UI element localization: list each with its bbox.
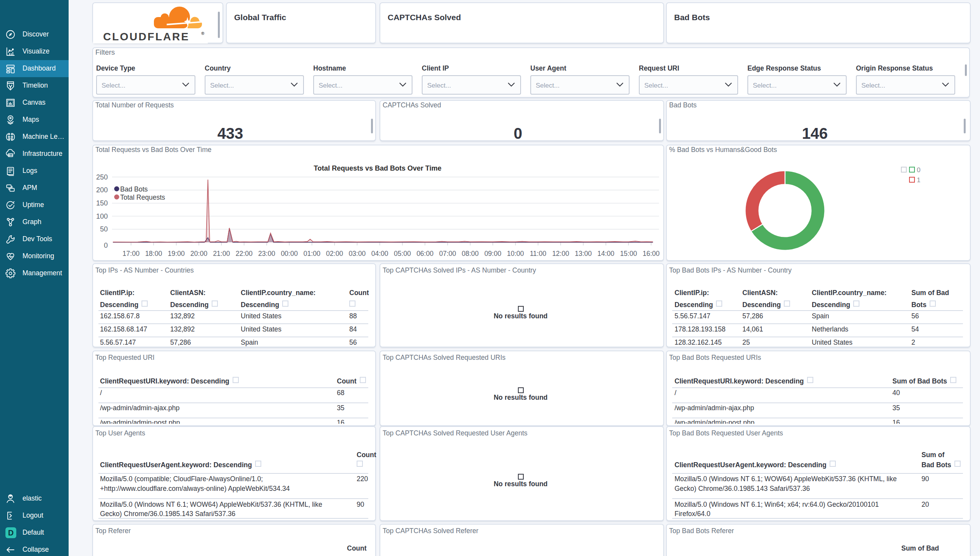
svg-text:12:00: 12:00 xyxy=(552,250,569,257)
svg-text:20:00: 20:00 xyxy=(190,250,207,257)
svg-text:14:00: 14:00 xyxy=(597,250,614,257)
svg-text:09:00: 09:00 xyxy=(484,250,501,257)
svg-text:05:00: 05:00 xyxy=(394,250,411,257)
svg-text:15:00: 15:00 xyxy=(620,250,637,257)
svg-text:18:00: 18:00 xyxy=(145,250,162,257)
svg-text:1: 1 xyxy=(917,176,920,184)
svg-text:150: 150 xyxy=(96,199,108,207)
svg-text:17:00: 17:00 xyxy=(122,250,140,257)
svg-text:06:00: 06:00 xyxy=(416,250,433,257)
svg-text:Bad Bots: Bad Bots xyxy=(120,185,148,193)
svg-text:0: 0 xyxy=(104,242,108,249)
svg-text:100: 100 xyxy=(96,212,108,220)
svg-text:50: 50 xyxy=(100,225,108,233)
svg-text:07:00: 07:00 xyxy=(439,250,456,257)
svg-text:10:00: 10:00 xyxy=(507,250,524,257)
svg-text:19:00: 19:00 xyxy=(168,250,185,257)
svg-text:250: 250 xyxy=(96,173,108,181)
svg-text:04:00: 04:00 xyxy=(371,250,388,257)
svg-text:01:00: 01:00 xyxy=(304,250,321,257)
svg-text:08:00: 08:00 xyxy=(462,250,479,257)
svg-text:21:00: 21:00 xyxy=(213,250,230,257)
svg-text:23:00: 23:00 xyxy=(258,250,275,257)
svg-text:00:00: 00:00 xyxy=(281,250,298,257)
svg-text:02:00: 02:00 xyxy=(326,250,343,257)
svg-text:Total Requests: Total Requests xyxy=(120,193,165,201)
svg-text:16:00: 16:00 xyxy=(643,250,660,257)
svg-text:03:00: 03:00 xyxy=(349,250,366,257)
svg-text:0: 0 xyxy=(917,166,920,174)
svg-text:13:00: 13:00 xyxy=(575,250,592,257)
svg-text:22:00: 22:00 xyxy=(236,250,253,257)
svg-text:11:00: 11:00 xyxy=(530,250,547,257)
svg-text:200: 200 xyxy=(96,186,108,194)
